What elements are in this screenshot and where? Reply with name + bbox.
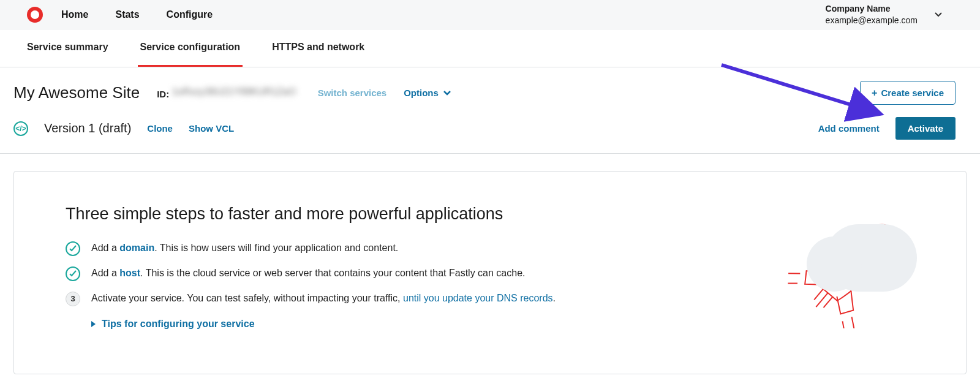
create-service-label: Create service	[881, 88, 944, 98]
primary-nav: Home Stats Configure	[61, 9, 213, 20]
chevron-down-icon	[443, 89, 451, 97]
service-title: My Awesome Site	[13, 83, 140, 102]
domain-link[interactable]: domain	[119, 243, 154, 253]
options-label: Options	[404, 88, 439, 98]
account-label: Company Name example@example.com	[826, 3, 918, 25]
clone-link[interactable]: Clone	[147, 123, 173, 134]
step-3: 3 Activate your service. You can test sa…	[66, 291, 758, 306]
options-menu[interactable]: Options	[404, 88, 451, 98]
create-service-button[interactable]: + Create service	[860, 81, 956, 105]
step-1: Add a domain. This is how users will fin…	[66, 241, 758, 256]
add-comment-link[interactable]: Add comment	[818, 123, 880, 134]
caret-right-icon	[91, 321, 96, 327]
service-tabs: Service summary Service configuration HT…	[0, 29, 980, 67]
step-number-badge: 3	[66, 292, 80, 306]
top-bar: Home Stats Configure Company Name exampl…	[0, 0, 980, 29]
steps-list: Add a domain. This is how users will fin…	[66, 241, 758, 306]
account-company: Company Name	[826, 3, 918, 14]
brand-logo-icon	[27, 7, 43, 23]
plus-icon: +	[872, 88, 877, 98]
nav-home[interactable]: Home	[61, 9, 88, 20]
step-1-text: Add a domain. This is how users will fin…	[91, 241, 398, 255]
version-bar: </> Version 1 (draft) Clone Show VCL Add…	[0, 105, 980, 154]
step-2: Add a host. This is the cloud service or…	[66, 266, 758, 281]
tips-label: Tips for configuring your service	[102, 319, 255, 330]
show-vcl-link[interactable]: Show VCL	[189, 123, 234, 134]
step-2-text: Add a host. This is the cloud service or…	[91, 266, 526, 281]
service-header: My Awesome Site ID: 1oRxzy36U21Y99KUR1Za…	[0, 67, 980, 105]
account-menu[interactable]: Company Name example@example.com	[826, 3, 967, 25]
onboarding-card: Three simple steps to faster and more po…	[13, 171, 967, 374]
rocket-illustration	[782, 206, 917, 328]
nav-configure[interactable]: Configure	[167, 9, 213, 20]
switch-services-link[interactable]: Switch services	[318, 88, 387, 98]
code-icon: </>	[13, 121, 28, 136]
account-email: example@example.com	[826, 15, 918, 26]
tab-service-configuration[interactable]: Service configuration	[138, 29, 243, 67]
service-id: ID: 1oRxzy36U21Y99KUR1ZaO	[157, 86, 300, 100]
chevron-down-icon	[935, 11, 942, 18]
tab-https-network[interactable]: HTTPS and network	[270, 29, 367, 67]
tips-toggle[interactable]: Tips for configuring your service	[91, 319, 758, 330]
check-icon	[66, 266, 80, 281]
service-id-value: 1oRxzy36U21Y99KUR1ZaO	[172, 86, 301, 97]
step-3-text: Activate your service. You can test safe…	[91, 291, 556, 306]
dns-records-link[interactable]: until you update your DNS records	[403, 293, 553, 303]
version-label: Version 1 (draft)	[44, 121, 131, 135]
nav-stats[interactable]: Stats	[115, 9, 139, 20]
host-link[interactable]: host	[119, 268, 140, 278]
service-id-label: ID:	[157, 89, 169, 99]
activate-button[interactable]: Activate	[895, 117, 956, 140]
card-heading: Three simple steps to faster and more po…	[66, 205, 758, 224]
check-icon	[66, 241, 80, 256]
tab-service-summary[interactable]: Service summary	[24, 29, 111, 67]
